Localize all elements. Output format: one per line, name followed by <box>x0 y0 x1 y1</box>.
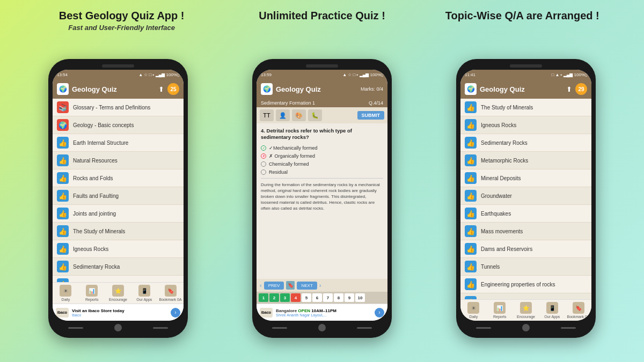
q-num-8[interactable]: 8 <box>334 293 343 302</box>
status-time-2: 13:59 <box>261 72 272 77</box>
menu-label: Sedimentary Rocka <box>73 264 120 270</box>
menu-label: Natural Resources <box>73 158 118 164</box>
phone-recent-btn-3[interactable] <box>561 327 576 329</box>
list-item[interactable]: 👍 Sedimentary Rocka <box>53 258 184 276</box>
nav-our-apps-3[interactable]: 📱 Our Apps <box>539 300 565 321</box>
quiz-option-2[interactable]: ✗ ✗ Organically formed <box>261 153 383 159</box>
list-item[interactable]: 👍 Physiographic features <box>460 293 591 299</box>
q-num-7[interactable]: 7 <box>323 293 333 302</box>
our-apps-icon: 📱 <box>138 285 150 297</box>
nav-our-apps[interactable]: 📱 Our Apps <box>131 283 157 304</box>
list-item[interactable]: 👍 Metamorphic Rocks <box>53 276 184 282</box>
nav-bookmark[interactable]: 🔖 Bookmark 0A <box>157 283 184 304</box>
q-num-5[interactable]: 5 <box>302 293 311 302</box>
nav-daily-3[interactable]: ☀ Daily <box>460 300 487 321</box>
q-num-4[interactable]: 4 <box>291 293 301 302</box>
list-item[interactable]: 👍 Groundwater <box>460 187 591 205</box>
list-item[interactable]: 📚 Glossary - Terms and Definitions <box>53 99 184 116</box>
q-num-2[interactable]: 2 <box>269 293 279 302</box>
tool-user[interactable]: 👤 <box>276 109 290 121</box>
phone-notch-3 <box>510 64 542 68</box>
menu-icon: 👍 <box>465 119 477 131</box>
ad-arrow-2[interactable]: › <box>375 308 384 317</box>
ad-bar-1: ibaco Visit an Ibaco Store today Ibaco › <box>53 304 184 321</box>
ad-city: Bangalore OPEN 10AM–11PM <box>276 308 371 313</box>
next-button[interactable]: NEXT <box>297 282 317 290</box>
list-item[interactable]: 🌍 Geology - Basic concepts <box>53 116 184 134</box>
list-item[interactable]: 👍 Earth Internal Structure <box>53 134 184 152</box>
marks-label: Marks: 0/4 <box>361 86 383 92</box>
nav-reports-3[interactable]: 📊 Reports <box>487 300 513 321</box>
menu-icon: 👍 <box>57 225 69 237</box>
nav-reports[interactable]: 📊 Reports <box>79 283 105 304</box>
phone-back-btn-3[interactable] <box>476 327 491 329</box>
phone-home-btn-2[interactable] <box>318 324 326 331</box>
menu-label: Earthquakes <box>481 211 511 217</box>
nav-encourage[interactable]: ⭐ Encourage <box>105 283 131 304</box>
menu-icon: 👍 <box>465 278 477 290</box>
phone-back-btn-2[interactable] <box>272 327 287 329</box>
option-label-2: ✗ Organically formed <box>269 153 315 159</box>
tool-color[interactable]: 🎨 <box>292 109 306 121</box>
menu-label: Sedimentary Rocks <box>481 140 528 146</box>
encourage-icon-3: ⭐ <box>520 302 532 314</box>
ad-title-1: Visit an Ibaco Store today <box>72 308 167 313</box>
list-item[interactable]: 👍 Mass movements <box>460 223 591 240</box>
option-label-1: ✓Mechanically formed <box>269 145 318 151</box>
col1-header: Best Geology Quiz App ! Fast and User-Fr… <box>21 10 222 32</box>
list-item[interactable]: 👍 Igneous Rocks <box>460 116 591 134</box>
list-item[interactable]: 👍 Mineral Deposits <box>460 169 591 187</box>
list-item[interactable]: 👍 Rocks and Folds <box>53 169 184 187</box>
nav-encourage-3[interactable]: ⭐ Encourage <box>513 300 539 321</box>
phone-bottom-1 <box>53 321 184 333</box>
phone-home-btn[interactable] <box>114 324 122 331</box>
quiz-option-4[interactable]: Residual <box>261 169 383 175</box>
share-icon-3[interactable]: ⬆ <box>566 85 572 93</box>
list-item[interactable]: 👍 The Study of Minerals <box>53 223 184 240</box>
list-item[interactable]: 👍 Faults and Faulting <box>53 187 184 205</box>
header-row: Best Geology Quiz App ! Fast and User-Fr… <box>0 0 644 35</box>
nav-bookmark-3[interactable]: 🔖 Bookmark 0A <box>565 300 591 321</box>
tool-text[interactable]: TT <box>260 109 274 121</box>
share-icon-1[interactable]: ⬆ <box>158 85 164 93</box>
list-item[interactable]: 👍 Joints and jointing <box>53 205 184 223</box>
q-num-10[interactable]: 10 <box>355 293 365 302</box>
menu-icon: 👍 <box>465 190 477 202</box>
option-radio-3 <box>261 161 266 167</box>
list-item[interactable]: 👍 Metamorphic Rocks <box>460 152 591 169</box>
q-num-9[interactable]: 9 <box>345 293 354 302</box>
submit-button[interactable]: SUBMIT <box>357 111 385 120</box>
q-num-3[interactable]: 3 <box>280 293 290 302</box>
list-item[interactable]: 👍 Sedimentary Rocks <box>460 134 591 152</box>
list-item[interactable]: 👍 Engineering properties of rocks <box>460 276 591 293</box>
menu-list-1: 📚 Glossary - Terms and Definitions 🌍 Geo… <box>53 99 184 282</box>
phone-home-btn-3[interactable] <box>522 324 530 331</box>
nav-daily[interactable]: ☀ Daily <box>53 283 79 304</box>
ad-brand-1: Ibaco <box>72 313 167 317</box>
status-time-3: 11:41 <box>465 72 475 77</box>
phone-notch-1 <box>102 64 134 68</box>
col2-title: Unlimited Practice Quiz ! <box>222 10 422 22</box>
list-item[interactable]: 👍 Tunnels <box>460 258 591 276</box>
phone-recent-btn[interactable] <box>153 327 168 329</box>
q-num-1[interactable]: 1 <box>259 293 268 302</box>
phone-2-screen: 13:59 ▲ ☆ □ ▪ ▂▄▆ 100%▯ 🌍 Geology Quiz M… <box>257 70 387 321</box>
menu-icon: 👍 <box>465 225 477 237</box>
bookmark-nav-icon[interactable]: 🔖 <box>286 281 295 290</box>
quiz-option-1[interactable]: ✓ ✓Mechanically formed <box>261 145 383 151</box>
prev-button[interactable]: PREV <box>264 282 284 290</box>
list-item[interactable]: 👍 The Study of Minerals <box>460 99 591 116</box>
ad-arrow-1[interactable]: › <box>171 308 180 317</box>
list-item[interactable]: 👍 Earthquakes <box>460 205 591 223</box>
option-label-4: Residual <box>269 169 288 175</box>
quiz-option-3[interactable]: Chemically formed <box>261 161 383 167</box>
phone-recent-btn-2[interactable] <box>357 327 372 329</box>
list-item[interactable]: 👍 Natural Resources <box>53 152 184 169</box>
col1-title: Best Geology Quiz App ! <box>21 10 222 22</box>
list-item[interactable]: 👍 Igneous Rocks <box>53 240 184 258</box>
tool-bug[interactable]: 🐛 <box>308 109 322 121</box>
q-num-6[interactable]: 6 <box>312 293 322 302</box>
list-item[interactable]: 👍 Dams and Reservoirs <box>460 240 591 258</box>
phone-3: 11:41 □ ▲ ▪ ▂▄▆ 100%▯ 🌍 Geology Quiz ⬆ 2… <box>456 59 596 338</box>
phone-back-btn[interactable] <box>68 327 83 329</box>
